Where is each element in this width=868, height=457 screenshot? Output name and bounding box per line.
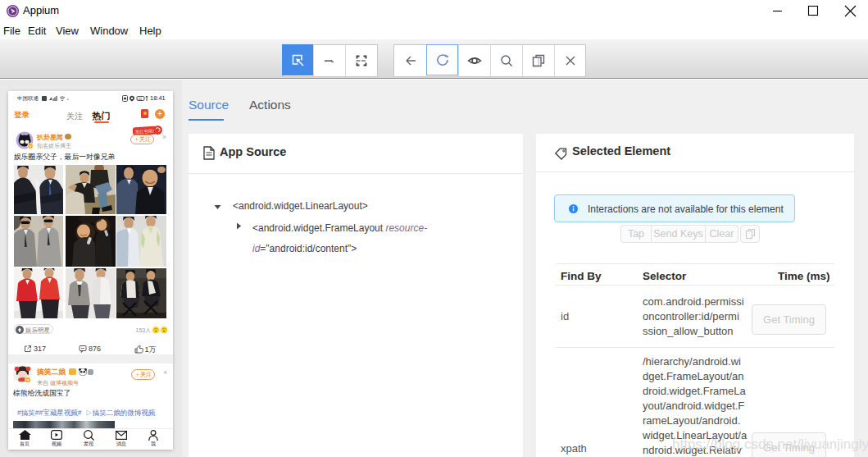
svg-text:¹: ¹ [67, 97, 69, 102]
svg-text:20: 20 [139, 97, 143, 101]
